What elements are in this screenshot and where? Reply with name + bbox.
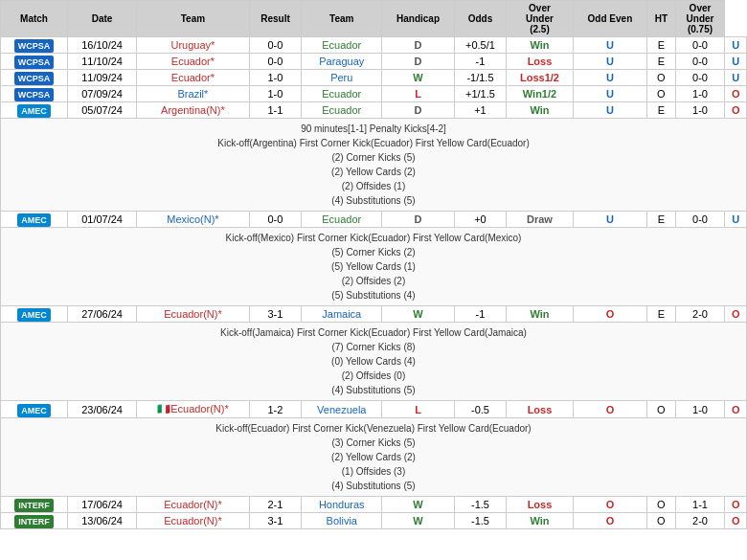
col-handicap: Handicap <box>382 1 454 37</box>
match-wl: L <box>382 401 454 418</box>
match-result: 0-0 <box>249 212 301 228</box>
match-ht: 2-0 <box>675 306 725 323</box>
match-ou: U <box>573 212 647 228</box>
team1-name[interactable]: Brazil* <box>137 86 250 102</box>
flag-icon: 🇮🇹 <box>157 403 170 414</box>
match-badge: INTERF <box>1 497 68 513</box>
team1-name[interactable]: 🇮🇹Ecuador(N)* <box>137 401 250 418</box>
match-badge: AMEC <box>1 102 68 119</box>
match-date: 01/07/24 <box>68 212 137 228</box>
table-row: INTERF 17/06/24 Ecuador(N)* 2-1 Honduras… <box>1 497 747 513</box>
match-oe: E <box>647 37 675 54</box>
team1-name[interactable]: Mexico(N)* <box>137 212 250 228</box>
match-wl: D <box>382 37 454 54</box>
match-ou: U <box>573 102 647 119</box>
team1-name[interactable]: Ecuador(N)* <box>137 513 250 529</box>
match-wl: D <box>382 102 454 119</box>
match-wl: L <box>382 86 454 102</box>
detail-row: Kick-off(Ecuador) First Corner Kick(Vene… <box>1 418 747 497</box>
match-wl: D <box>382 54 454 70</box>
detail-cell: Kick-off(Ecuador) First Corner Kick(Vene… <box>1 418 747 497</box>
match-handicap: +0 <box>454 212 507 228</box>
team2-name[interactable]: Jamaica <box>302 306 382 323</box>
match-oe: E <box>647 306 675 323</box>
match-handicap: -1/1.5 <box>454 70 507 86</box>
match-badge: WCPSA <box>1 37 68 54</box>
match-ou075: O <box>725 102 747 119</box>
detail-row: 90 minutes[1-1] Penalty Kicks[4-2]Kick-o… <box>1 119 747 212</box>
match-ht: 1-0 <box>675 401 725 418</box>
team2-name[interactable]: Ecuador <box>302 102 382 119</box>
team2-name[interactable]: Bolivia <box>302 513 382 529</box>
match-ou: O <box>573 306 647 323</box>
detail-cell: Kick-off(Mexico) First Corner Kick(Ecuad… <box>1 228 747 306</box>
table-row: AMEC 01/07/24 Mexico(N)* 0-0 Ecuador D +… <box>1 212 747 228</box>
match-result: 0-0 <box>249 54 301 70</box>
match-result: 1-2 <box>249 401 301 418</box>
table-row: AMEC 05/07/24 Argentina(N)* 1-1 Ecuador … <box>1 102 747 119</box>
col-odds: Odds <box>454 1 507 37</box>
match-ou: U <box>573 86 647 102</box>
match-ou: O <box>573 513 647 529</box>
team2-name[interactable]: Venezuela <box>302 401 382 418</box>
detail-row: Kick-off(Mexico) First Corner Kick(Ecuad… <box>1 228 747 306</box>
match-odds: Loss <box>507 401 573 418</box>
match-badge: INTERF <box>1 513 68 529</box>
match-badge: WCPSA <box>1 70 68 86</box>
team2-name[interactable]: Ecuador <box>302 86 382 102</box>
table-row: WCPSA 11/10/24 Ecuador* 0-0 Paraguay D -… <box>1 54 747 70</box>
match-wl: W <box>382 497 454 513</box>
col-team1: Team <box>137 1 250 37</box>
match-ht: 0-0 <box>675 212 725 228</box>
match-odds: Win <box>507 102 573 119</box>
match-oe: O <box>647 513 675 529</box>
match-date: 17/06/24 <box>68 497 137 513</box>
match-ht: 1-0 <box>675 102 725 119</box>
match-odds: Loss1/2 <box>507 70 573 86</box>
team2-name[interactable]: Peru <box>302 70 382 86</box>
match-ht: 2-0 <box>675 513 725 529</box>
match-date: 07/09/24 <box>68 86 137 102</box>
match-ht: 1-0 <box>675 86 725 102</box>
match-ou075: O <box>725 401 747 418</box>
match-badge: WCPSA <box>1 86 68 102</box>
table-header: Match Date Team Result Team Handicap Odd… <box>1 1 747 37</box>
team1-name[interactable]: Ecuador* <box>137 54 250 70</box>
match-handicap: +1/1.5 <box>454 86 507 102</box>
match-date: 23/06/24 <box>68 401 137 418</box>
table-row: WCPSA 07/09/24 Brazil* 1-0 Ecuador L +1/… <box>1 86 747 102</box>
match-ou: U <box>573 70 647 86</box>
match-ht: 0-0 <box>675 37 725 54</box>
team2-name[interactable]: Paraguay <box>302 54 382 70</box>
match-ou075: U <box>725 37 747 54</box>
match-date: 05/07/24 <box>68 102 137 119</box>
match-handicap: +0.5/1 <box>454 37 507 54</box>
match-ou: O <box>573 401 647 418</box>
team2-name[interactable]: Honduras <box>302 497 382 513</box>
team1-name[interactable]: Ecuador(N)* <box>137 497 250 513</box>
team2-name[interactable]: Ecuador <box>302 212 382 228</box>
match-handicap: -1 <box>454 54 507 70</box>
match-result: 3-1 <box>249 513 301 529</box>
match-odds: Draw <box>507 212 573 228</box>
match-oe: O <box>647 70 675 86</box>
team1-name[interactable]: Argentina(N)* <box>137 102 250 119</box>
match-date: 27/06/24 <box>68 306 137 323</box>
team2-name[interactable]: Ecuador <box>302 37 382 54</box>
col-odd-even: Odd Even <box>573 1 647 37</box>
table-row: AMEC 27/06/24 Ecuador(N)* 3-1 Jamaica W … <box>1 306 747 323</box>
team1-name[interactable]: Uruguay* <box>137 37 250 54</box>
col-result: Result <box>249 1 301 37</box>
match-ou075: U <box>725 54 747 70</box>
match-handicap: -0.5 <box>454 401 507 418</box>
team1-name[interactable]: Ecuador* <box>137 70 250 86</box>
match-badge: AMEC <box>1 212 68 228</box>
match-date: 11/10/24 <box>68 54 137 70</box>
match-handicap: -1.5 <box>454 513 507 529</box>
match-odds: Win1/2 <box>507 86 573 102</box>
match-date: 16/10/24 <box>68 37 137 54</box>
match-oe: O <box>647 497 675 513</box>
team1-name[interactable]: Ecuador(N)* <box>137 306 250 323</box>
match-ou075: O <box>725 86 747 102</box>
table-row: WCPSA 11/09/24 Ecuador* 1-0 Peru W -1/1.… <box>1 70 747 86</box>
